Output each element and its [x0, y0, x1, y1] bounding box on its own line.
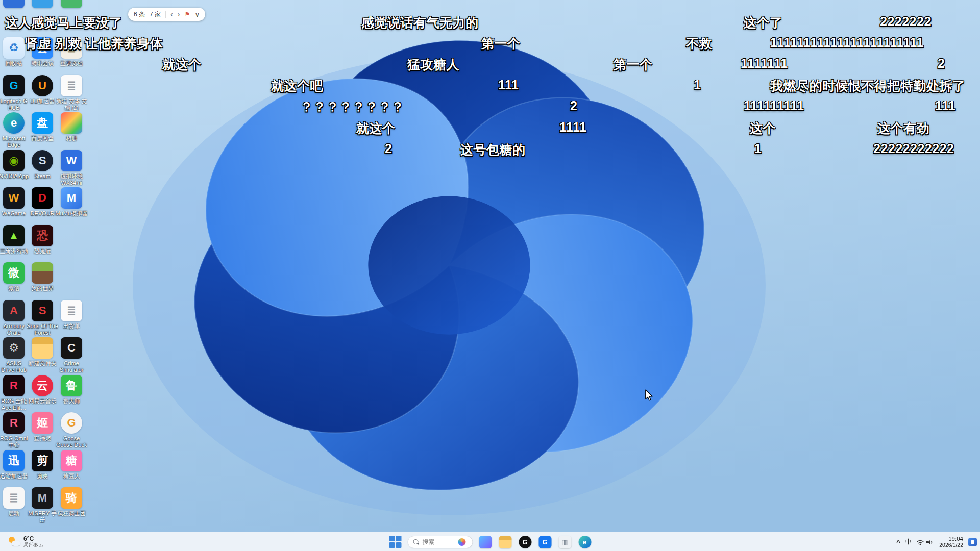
desktop-icon-crazy-knights[interactable]: 骑疯狂骑士团 — [55, 487, 88, 517]
desktop-icon-label: UU加速器 — [26, 98, 59, 105]
desktop-icon-devour[interactable]: DDEVOUR — [26, 187, 59, 217]
dark-g-app-button[interactable]: G — [518, 534, 533, 549]
desktop-icon-steam[interactable]: SSteam — [26, 150, 59, 180]
weather-widget[interactable]: 6°C 局部多云 — [4, 532, 48, 551]
chevron-down-icon[interactable]: ∨ — [194, 11, 200, 18]
desktop-icon-minecraft[interactable]: 我的世界 — [26, 262, 59, 292]
photo-album-icon — [61, 112, 82, 134]
new-folder-icon — [32, 337, 53, 359]
desktop-icon-label: MuMu模拟器 — [55, 210, 88, 217]
grey-grid-app-glyph: ▦ — [561, 538, 568, 546]
xunyou-icon: 迅 — [3, 450, 24, 471]
tray-date: 2026/1/22 — [939, 542, 963, 548]
tencent-meeting-icon: 会 — [32, 37, 53, 59]
blue-g-app-icon: G — [538, 536, 551, 548]
desktop-icon-wx34mi-tool[interactable]: W虚拟环境 WX34mi — [55, 150, 88, 186]
desktop-icon-label: 相册 — [55, 135, 88, 142]
flag-icon[interactable]: ⚑ — [184, 11, 190, 18]
prev-button[interactable]: ‹ — [170, 11, 173, 18]
desktop-icon-crime-simulator[interactable]: CCrime Simulator — [55, 337, 88, 373]
search-box[interactable] — [408, 536, 473, 548]
weather-temp: 6°C — [23, 536, 44, 542]
danmaku-control-bar[interactable]: 6 条 7 家 ‹ › ⚑ ∨ — [128, 8, 205, 21]
blue-g-app-button[interactable]: G — [537, 534, 553, 549]
baidu-netdisk-glyph: 盘 — [37, 115, 48, 131]
desktop-icon-label: 网易云音乐 — [26, 398, 59, 405]
mumu-emulator-icon: M — [61, 187, 82, 209]
rog-ace-glyph: R — [10, 379, 18, 392]
microsoft-edge-button[interactable]: e — [577, 534, 593, 549]
desktop-icon-label: 百度网盘 — [26, 135, 59, 142]
desktop-icon-ludashi[interactable]: 鲁鲁大师 — [55, 375, 88, 405]
taskbar-apps: GG▦e — [478, 534, 593, 549]
search-icon — [413, 539, 420, 545]
shipping-doc-icon: ≣ — [61, 300, 82, 321]
taskbar-center: GG▦e — [388, 532, 593, 551]
wechat-icon: 微 — [3, 262, 24, 284]
desktop-icon-tencent-meeting[interactable]: 会腾讯会议 — [26, 37, 59, 67]
rog-ace-icon: R — [3, 375, 24, 396]
qidong-doc-icon: ≣ — [3, 487, 24, 509]
desktop-icon-phasmophobia[interactable]: 恐恐鬼症 — [26, 225, 59, 255]
desktop-icon-netease-music[interactable]: 云网易云音乐 — [26, 375, 59, 405]
netease-music-icon: 云 — [32, 375, 53, 396]
goose-goose-duck-icon: G — [61, 412, 82, 434]
desktop-icon-important-doc[interactable]: ≣重要文档 — [55, 37, 88, 67]
new-text-doc-glyph: ≣ — [67, 79, 76, 92]
tencent-meeting-glyph: 会 — [37, 40, 48, 56]
desktop-icon-label: 疯狂骑士团 — [55, 510, 88, 517]
dark-g-app-glyph: G — [522, 538, 527, 546]
desktop-icon-label: Sons Of The Forest — [26, 323, 59, 336]
desktop-icon-baidu-netdisk[interactable]: 盘百度网盘 — [26, 112, 59, 142]
ludashi-glyph: 鲁 — [66, 378, 77, 393]
desktop-icon-partial[interactable] — [32, 0, 53, 8]
armoury-crate-glyph: A — [10, 304, 18, 317]
desktop-icon-shipping-doc[interactable]: ≣出货单 — [55, 300, 88, 330]
desktop-icon-photo-album[interactable]: 相册 — [55, 112, 88, 142]
desktop-icon-label: 腾讯会议 — [26, 60, 59, 67]
desktop-icon-new-folder[interactable]: 新建文件夹 — [26, 337, 59, 367]
weather-icon — [8, 536, 20, 547]
grey-grid-app-button[interactable]: ▦ — [557, 534, 573, 549]
clock[interactable]: 19:04 2026/1/22 — [939, 536, 963, 548]
tray-overflow-chevron[interactable]: ^ — [896, 538, 900, 546]
crazy-knights-icon: 骑 — [61, 487, 82, 509]
logitech-ghub-glyph: G — [9, 79, 18, 92]
nvidia-app-glyph: ◉ — [9, 154, 18, 167]
desktop-icon-jianying[interactable]: 剪剪映 — [26, 450, 59, 480]
desktop-icon-new-text-doc[interactable]: ≣新建 文本 文档 (2) — [55, 75, 88, 111]
ai-assistant-button[interactable] — [478, 534, 493, 549]
desktop-icon-partial[interactable] — [61, 0, 82, 8]
phasmophobia-icon: 恐 — [32, 225, 53, 246]
desktop-icon-goose-goose-duck[interactable]: GGoose Goose Duck — [55, 412, 88, 448]
danmaku-count-left: 6 条 — [134, 10, 145, 19]
notification-badge[interactable] — [968, 538, 977, 546]
important-doc-icon: ≣ — [61, 37, 82, 59]
windows-desktop: { "danmaku_bar": { "count_left": "6 条", … — [0, 0, 980, 551]
desktop-icon-uu-booster[interactable]: UUU加速器 — [26, 75, 59, 105]
search-input[interactable] — [423, 538, 455, 545]
desktop-icon-fall-guys[interactable]: 糖糖豆人 — [55, 450, 88, 480]
dark-g-app-icon: G — [519, 536, 531, 548]
desktop-icon-mumu-emulator[interactable]: MMuMu模拟器 — [55, 187, 88, 217]
tray-time: 19:04 — [948, 536, 963, 542]
desktop-icon-label: Crime Simulator — [55, 360, 88, 373]
crazy-knights-glyph: 骑 — [66, 490, 77, 506]
network-volume-icons[interactable] — [917, 538, 934, 546]
file-explorer-button[interactable] — [498, 534, 513, 549]
desktop-icon-misery-manual[interactable]: MMISERY 手册 — [26, 487, 59, 523]
desktop-icon-partial[interactable] — [3, 0, 24, 8]
logitech-ghub-icon: G — [3, 75, 24, 96]
desktop-icon-bili-livehime[interactable]: 姬直播姬 — [26, 412, 59, 442]
taskbar: 6°C 局部多云 GG▦e ^ 中 — [0, 532, 980, 551]
next-button[interactable]: › — [178, 11, 180, 18]
start-button[interactable] — [388, 534, 403, 549]
goose-goose-duck-glyph: G — [67, 416, 76, 430]
mumu-emulator-glyph: M — [67, 191, 76, 205]
ime-indicator[interactable]: 中 — [905, 538, 912, 546]
desktop-icon-label: 恐鬼症 — [26, 248, 59, 255]
rog-omni-glyph: R — [10, 416, 18, 430]
desktop-icon-label: 糖豆人 — [55, 473, 88, 480]
shipping-doc-glyph: ≣ — [67, 304, 76, 317]
desktop-icon-sons-of-the-forest[interactable]: SSons Of The Forest — [26, 300, 59, 336]
